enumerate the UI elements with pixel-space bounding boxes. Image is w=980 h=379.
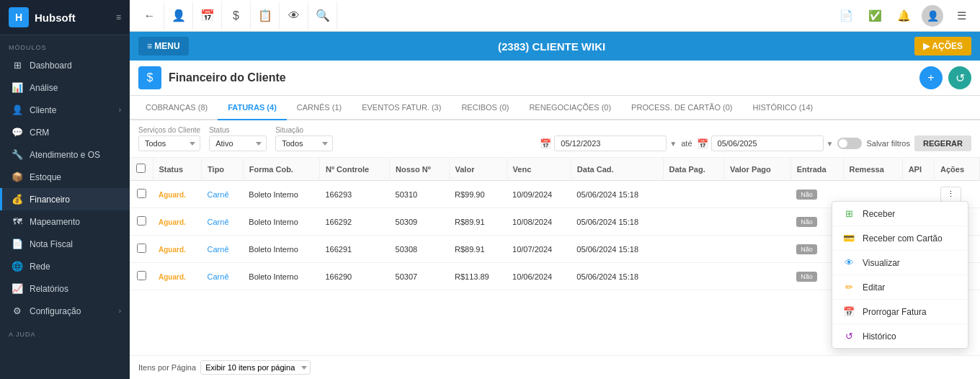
row-venc-3: 10/06/2024 xyxy=(507,263,571,290)
sidebar-label-mapeamento: Mapeamento xyxy=(30,217,80,227)
menu-button[interactable]: ≡ MENU xyxy=(138,37,189,55)
row-n-controle-3: 166290 xyxy=(319,263,389,290)
tab-renegociacoes[interactable]: RENEGOCIAÇÕES (0) xyxy=(519,96,621,120)
row-tipo-1[interactable]: Carnê xyxy=(202,208,244,236)
sidebar-item-nota_fiscal[interactable]: 📄 Nota Fiscal xyxy=(0,233,130,255)
row-data-pag-2 xyxy=(663,236,723,263)
items-per-page-select[interactable]: Exibir 10 itens por página Exibir 25 ite… xyxy=(200,360,311,375)
table-wrap: Status Tipo Forma Cob. Nº Controle Nosso… xyxy=(130,158,980,355)
nav-user-icon[interactable]: 👤 xyxy=(164,1,193,30)
date-from-input[interactable] xyxy=(554,135,667,151)
row-tipo-2[interactable]: Carnê xyxy=(202,236,244,263)
top-nav: ← 👤 📅 $ 📋 👁 🔍 📄 ✅ 🔔 👤 ☰ xyxy=(130,0,980,32)
sidebar-icon-relatorios: 📈 xyxy=(11,283,24,294)
row-valor-0: R$99.90 xyxy=(449,181,507,208)
date-to-input[interactable] xyxy=(711,135,824,151)
tab-recibos[interactable]: RECIBOS (0) xyxy=(451,96,519,120)
row-checkbox-1[interactable] xyxy=(130,208,153,236)
row-checkbox-0[interactable] xyxy=(130,181,153,208)
row-tipo-3[interactable]: Carnê xyxy=(202,263,244,290)
context-menu-item-historico[interactable]: ↺ Histórico xyxy=(832,324,968,348)
regerar-button[interactable]: REGERAR xyxy=(914,135,971,151)
context-menu-item-receber_cartao[interactable]: 💳 Receber com Cartão xyxy=(832,226,968,251)
sidebar-item-crm[interactable]: 💬 CRM xyxy=(0,121,130,143)
sidebar-item-financeiro[interactable]: 💰 Financeiro xyxy=(0,188,130,210)
sidebar-item-relatorios[interactable]: 📈 Relatórios xyxy=(0,277,130,300)
salvar-label: Salvar filtros xyxy=(866,139,910,148)
row-data-pag-3 xyxy=(663,263,723,290)
ctx-label-receber_cartao: Receber com Cartão xyxy=(863,233,943,244)
sidebar-label-rede: Rede xyxy=(30,262,50,272)
add-button[interactable]: + xyxy=(919,66,943,89)
financeiro-actions: + ↺ xyxy=(919,66,971,89)
ctx-label-prorrogar: Prorrogar Fatura xyxy=(863,307,927,317)
sidebar-icon-atendimento: 🔧 xyxy=(11,149,24,160)
tab-eventos[interactable]: EVENTOS FATUR. (3) xyxy=(352,96,451,120)
status-select[interactable]: Ativo xyxy=(209,135,267,151)
sidebar-item-estoque[interactable]: 📦 Estoque xyxy=(0,166,130,188)
nav-calendar-icon[interactable]: 📅 xyxy=(193,1,222,30)
tab-faturas[interactable]: FATURAS (4) xyxy=(218,96,287,120)
nav-dollar-icon[interactable]: $ xyxy=(222,1,251,30)
ctx-icon-receber: ⊞ xyxy=(842,208,855,219)
tab-carnes[interactable]: CARNÊS (1) xyxy=(287,96,352,120)
sidebar-item-cliente[interactable]: 👤 Cliente › xyxy=(0,99,130,121)
status-filter: Status Ativo xyxy=(209,126,267,151)
sidebar-label-estoque: Estoque xyxy=(30,172,61,182)
row-data-cad-0: 05/06/2024 15:18 xyxy=(571,181,663,208)
row-tipo-0[interactable]: Carnê xyxy=(202,181,244,208)
nav-eye-icon[interactable]: 👁 xyxy=(280,1,308,30)
context-menu-item-prorrogar[interactable]: 📅 Prorrogar Fatura xyxy=(832,300,968,324)
context-menu-item-visualizar[interactable]: 👁 Visualizar xyxy=(832,251,968,275)
tab-cobrancas[interactable]: COBRANÇAS (8) xyxy=(135,96,218,120)
financeiro-header: $ Financeiro do Cliente + ↺ xyxy=(130,61,980,96)
check-icon[interactable]: ✅ xyxy=(862,3,888,29)
financeiro-title: Financeiro do Cliente xyxy=(169,71,286,84)
row-forma-cob-0: Boleto Interno xyxy=(243,181,319,208)
hamburger-icon[interactable]: ☰ xyxy=(948,3,974,29)
context-menu-item-editar[interactable]: ✏ Editar xyxy=(832,275,968,300)
nav-doc-icon[interactable]: 📋 xyxy=(251,1,280,30)
collapse-icon[interactable]: ≡ xyxy=(116,12,121,22)
date-to-arrow: ▼ xyxy=(827,140,834,148)
sidebar-icon-crm: 💬 xyxy=(11,127,24,138)
nav-search-icon[interactable]: 🔍 xyxy=(308,1,337,30)
calendar-to-icon: 📅 xyxy=(697,138,708,149)
ctx-label-editar: Editar xyxy=(863,282,885,293)
col-nosso-n: Nosso Nº xyxy=(390,158,449,181)
row-data-pag-1 xyxy=(663,208,723,236)
sidebar-item-rede[interactable]: 🌐 Rede xyxy=(0,255,130,277)
avatar-icon[interactable]: 👤 xyxy=(919,3,945,29)
date-from-arrow: ▼ xyxy=(669,140,677,148)
sidebar-item-configuracao[interactable]: ⚙ Configuração › xyxy=(0,300,130,322)
ctx-icon-historico: ↺ xyxy=(842,331,855,342)
bell-icon[interactable]: 🔔 xyxy=(891,3,917,29)
sidebar-item-atendimento[interactable]: 🔧 Atendimento e OS xyxy=(0,143,130,166)
row-venc-2: 10/07/2024 xyxy=(507,236,571,263)
row-checkbox-2[interactable] xyxy=(130,236,153,263)
select-all-checkbox[interactable] xyxy=(136,164,146,173)
toggle-knob xyxy=(839,139,847,148)
sidebar-item-analise[interactable]: 📊 Análise xyxy=(0,76,130,99)
row-valor-pago-2 xyxy=(723,236,790,263)
refresh-button[interactable]: ↺ xyxy=(948,66,971,89)
acoes-button[interactable]: ▶ AÇÕES xyxy=(914,37,971,55)
sidebar-item-mapeamento[interactable]: 🗺 Mapeamento xyxy=(0,210,130,233)
sidebar-label-configuracao: Configuração xyxy=(30,306,81,316)
row-n-controle-0: 166293 xyxy=(319,181,389,208)
context-menu-item-receber[interactable]: ⊞ Receber xyxy=(832,202,968,226)
sidebar-label-crm: CRM xyxy=(30,128,49,138)
row-checkbox-3[interactable] xyxy=(130,263,153,290)
export-icon[interactable]: 📄 xyxy=(833,3,859,29)
row-status-0: Aguard. xyxy=(153,181,202,208)
tab-historico[interactable]: HISTÓRICO (14) xyxy=(743,96,824,120)
top-nav-right: 📄 ✅ 🔔 👤 ☰ xyxy=(833,3,974,29)
servico-select[interactable]: Todos xyxy=(138,135,200,151)
col-entrada: Entrada xyxy=(790,158,843,181)
situacao-select[interactable]: Todos xyxy=(275,135,333,151)
tab-process_cartao[interactable]: PROCESS. DE CARTÃO (0) xyxy=(621,96,742,120)
sidebar-icon-mapeamento: 🗺 xyxy=(11,216,24,227)
sidebar-item-dashboard[interactable]: ⊞ Dashboard xyxy=(0,54,130,76)
nav-back-icon[interactable]: ← xyxy=(135,1,164,30)
toggle-switch[interactable] xyxy=(837,138,862,149)
